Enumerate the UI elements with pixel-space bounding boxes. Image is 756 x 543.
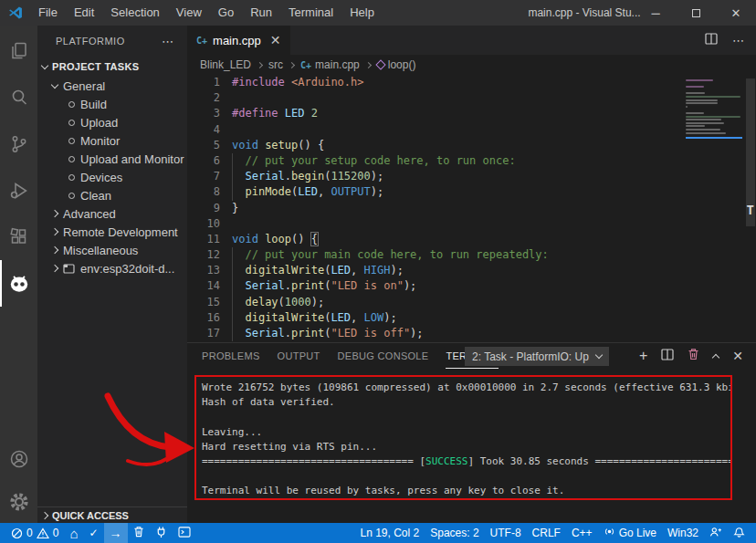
extensions-icon[interactable] <box>0 214 37 260</box>
line-number: 5 <box>187 138 220 153</box>
feedback-button[interactable] <box>704 523 728 543</box>
code-line-4[interactable]: 4 <box>187 122 756 138</box>
sidebar-more-actions-icon[interactable]: ⋯ <box>162 35 174 48</box>
line-number: 1 <box>187 75 220 90</box>
menu-selection[interactable]: Selection <box>102 0 167 26</box>
panel-tab-debug-console[interactable]: DEBUG CONSOLE <box>338 344 429 369</box>
breadcrumb-src[interactable]: src <box>268 58 283 71</box>
problems-status[interactable]: 0 0 <box>5 523 64 543</box>
new-terminal-icon[interactable]: + <box>639 350 647 362</box>
code-line-14[interactable]: 14 Serial.print("LED is on"); <box>187 278 756 294</box>
pio-upload-button[interactable]: → <box>104 523 128 543</box>
cursor-position[interactable]: Ln 19, Col 2 <box>355 523 425 543</box>
line-number: 4 <box>187 122 220 138</box>
task-devices[interactable]: Devices <box>37 168 187 186</box>
run-and-debug-icon[interactable] <box>0 167 37 214</box>
code-text: #define LED 2 <box>232 106 318 121</box>
minimize-button[interactable]: ─ <box>635 0 676 26</box>
split-terminal-icon[interactable] <box>661 348 674 364</box>
task-build[interactable]: Build <box>37 95 187 113</box>
close-panel-icon[interactable]: ✕ <box>732 349 743 363</box>
pio-home-button[interactable]: ⌂ <box>64 523 83 543</box>
notifications-bell-button[interactable] <box>728 523 751 543</box>
maximize-button[interactable] <box>676 0 716 26</box>
task-clean[interactable]: Clean <box>37 186 187 204</box>
broadcast-icon <box>604 526 615 540</box>
terminal-task-selector[interactable]: 2: Task - PlatformIO: Up <box>465 347 609 366</box>
accounts-icon[interactable] <box>0 437 37 480</box>
tab-close-icon[interactable]: ✕ <box>270 33 281 47</box>
menu-view[interactable]: View <box>168 0 210 26</box>
breadcrumb-label: loop() <box>388 58 416 71</box>
task-monitor[interactable]: Monitor <box>37 131 187 150</box>
code-lines: 1#include <Arduino.h>2 3#define LED 24 5… <box>187 75 756 341</box>
settings-gear-icon[interactable] <box>0 480 37 523</box>
code-line-10[interactable]: 10 <box>187 216 756 232</box>
language-mode[interactable]: C++ <box>566 523 598 543</box>
close-button[interactable]: ✕ <box>716 0 756 26</box>
code-line-2[interactable]: 2 <box>187 90 756 106</box>
code-line-7[interactable]: 7 Serial.begin(115200); <box>187 169 756 184</box>
task-upload[interactable]: Upload <box>37 113 187 131</box>
pio-clean-button[interactable] <box>128 523 150 543</box>
code-line-3[interactable]: 3#define LED 2 <box>187 106 756 121</box>
tree-item-miscellaneous[interactable]: Miscellaneous <box>37 241 187 259</box>
menu-terminal[interactable]: Terminal <box>280 0 341 26</box>
menu-edit[interactable]: Edit <box>66 0 102 26</box>
pio-terminal-button[interactable] <box>173 523 196 543</box>
go-live-button[interactable]: Go Live <box>598 523 662 543</box>
eol-status[interactable]: CRLF <box>527 523 566 543</box>
menu-file[interactable]: File <box>30 0 66 26</box>
search-icon[interactable] <box>0 74 37 120</box>
platformio-icon[interactable] <box>0 260 37 307</box>
platform-status[interactable]: Win32 <box>662 523 704 543</box>
breadcrumb-label: src <box>268 58 283 71</box>
menu-help[interactable]: Help <box>341 0 383 26</box>
breadcrumb-loop[interactable]: loop() <box>377 58 416 71</box>
code-line-9[interactable]: 9} <box>187 201 756 216</box>
code-line-1[interactable]: 1#include <Arduino.h> <box>187 75 756 90</box>
task-circle-icon <box>68 101 75 108</box>
code-line-17[interactable]: 17 Serial.print("LED is off"); <box>187 326 756 341</box>
terminal-output[interactable]: Wrote 216752 bytes (109861 compressed) a… <box>187 369 756 523</box>
menu-run[interactable]: Run <box>242 0 280 26</box>
tree-item-remote-development[interactable]: Remote Development <box>37 223 187 241</box>
editor-more-actions-icon[interactable]: ⋯ <box>732 34 745 47</box>
pio-serial-monitor-button[interactable] <box>150 523 173 543</box>
vscode-window: FileEditSelectionViewGoRunTerminalHelp m… <box>0 0 756 543</box>
code-line-6[interactable]: 6 // put your setup code here, to run on… <box>187 153 756 169</box>
source-control-icon[interactable] <box>0 120 37 167</box>
tree-item-env-esp32doit-d[interactable]: env:esp32doit-d... <box>37 259 187 277</box>
editor-scrollbar[interactable]: T <box>744 75 756 342</box>
code-line-13[interactable]: 13 digitalWrite(LED, HIGH); <box>187 263 756 278</box>
kill-terminal-icon[interactable] <box>688 348 699 364</box>
tab-main-cpp[interactable]: main.cpp ✕ <box>187 26 290 55</box>
code-editor[interactable]: 1#include <Arduino.h>2 3#define LED 24 5… <box>187 75 756 342</box>
encoding-status[interactable]: UTF-8 <box>485 523 527 543</box>
tree-item-advanced[interactable]: Advanced <box>37 204 187 223</box>
pio-build-button[interactable]: ✓ <box>83 523 103 543</box>
panel-tab-problems[interactable]: PROBLEMS <box>202 344 260 369</box>
panel-tab-output[interactable]: OUTPUT <box>278 344 320 369</box>
breadcrumb-main-cpp[interactable]: main.cpp <box>300 58 360 71</box>
code-text: digitalWrite(LED, HIGH); <box>232 263 404 278</box>
code-line-5[interactable]: 5void setup() { <box>187 138 756 153</box>
code-line-8[interactable]: 8 pinMode(LED, OUTPUT); <box>187 184 756 200</box>
breadcrumb-blink-led[interactable]: Blink_LED <box>200 58 251 71</box>
quick-access-section[interactable]: QUICK ACCESS <box>37 506 187 523</box>
task-upload-and-monitor[interactable]: Upload and Monitor <box>37 150 187 168</box>
menu-go[interactable]: Go <box>210 0 242 26</box>
code-line-11[interactable]: 11void loop() { <box>187 232 756 247</box>
code-line-15[interactable]: 15 delay(1000); <box>187 295 756 310</box>
tree-item-general[interactable]: General <box>37 77 187 95</box>
project-tasks-section[interactable]: PROJECT TASKS <box>37 57 187 77</box>
maximize-panel-icon[interactable] <box>713 348 719 364</box>
minimap[interactable] <box>686 79 742 139</box>
explorer-icon[interactable] <box>0 27 37 74</box>
window-controls: ─ ✕ <box>635 0 756 26</box>
split-editor-icon[interactable] <box>705 32 718 48</box>
code-line-12[interactable]: 12 // put your main code here, to run re… <box>187 247 756 263</box>
code-line-16[interactable]: 16 digitalWrite(LED, LOW); <box>187 310 756 326</box>
terminal-line: =================================== [SUC… <box>202 454 725 469</box>
indentation-status[interactable]: Spaces: 2 <box>425 523 484 543</box>
